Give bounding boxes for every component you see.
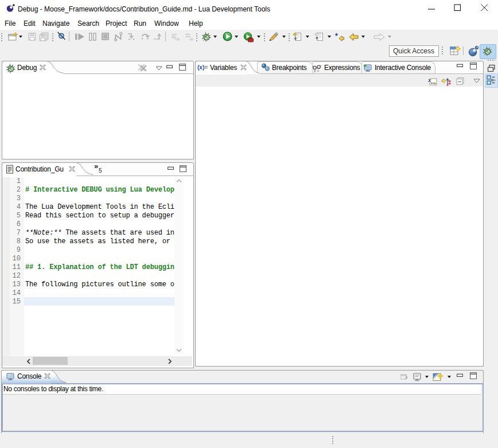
svg-text:=: = — [317, 69, 320, 73]
svg-text:x: x — [427, 76, 431, 83]
